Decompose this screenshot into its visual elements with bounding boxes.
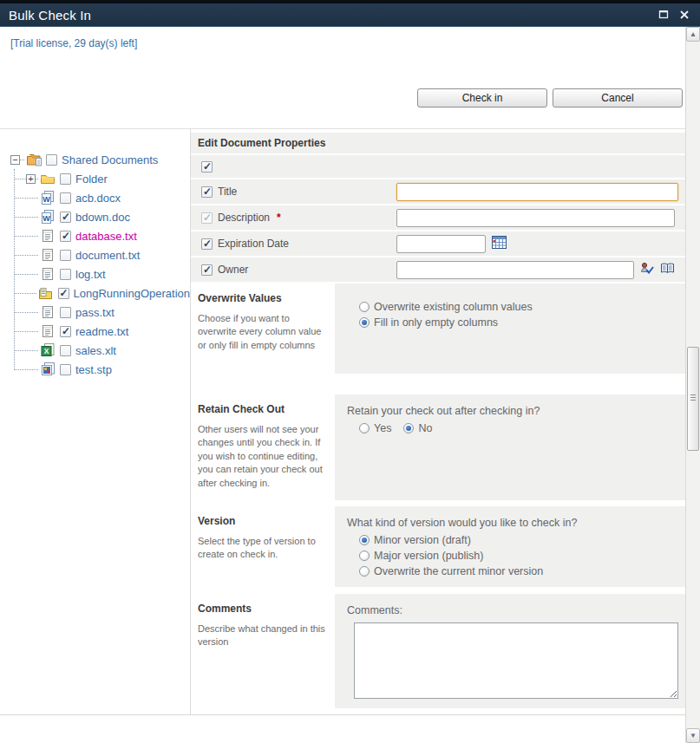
tree-item-label[interactable]: document.txt (75, 249, 140, 262)
edit-properties-panel: Edit Document Properties Title (191, 129, 685, 714)
title-label: Title (218, 186, 237, 198)
tree-item-label[interactable]: LongRunningOperation (74, 287, 190, 300)
dialog-titlebar: Bulk Check In (0, 3, 700, 27)
comments-field-label: Comments: (347, 604, 678, 616)
tree-item-label[interactable]: readme.txt (75, 325, 128, 338)
expiration-date-input[interactable] (396, 235, 486, 253)
tree-item-label[interactable]: Shared Documents (62, 153, 158, 166)
vertical-scrollbar[interactable]: ▲ ▼ (685, 27, 700, 743)
version-title: Version (198, 515, 326, 527)
tree-item-acb-docx[interactable]: Wacb.docx (0, 188, 190, 207)
tree-item-readme-txt[interactable]: readme.txt (0, 322, 190, 341)
tree-item-sales-xlt[interactable]: Xsales.xlt (0, 341, 190, 360)
radio-button-icon[interactable] (359, 302, 370, 312)
svg-text:W: W (43, 195, 50, 204)
select-all-row (191, 155, 685, 178)
radio-option[interactable]: Yes (359, 422, 391, 434)
svg-text:X: X (44, 347, 49, 355)
radio-option[interactable]: Fill in only empty columns (359, 316, 678, 329)
check-names-icon[interactable] (640, 262, 654, 277)
tree-item-checkbox[interactable] (58, 288, 69, 299)
tree-item-folder[interactable]: +Folder (0, 169, 190, 188)
text-file-icon (39, 324, 56, 338)
tree-item-label[interactable]: log.txt (75, 268, 106, 281)
close-icon[interactable] (680, 10, 689, 19)
edit-document-properties-header: Edit Document Properties (191, 133, 685, 153)
tree-connector-line (14, 169, 15, 370)
tree-item-label[interactable]: Folder (75, 173, 108, 186)
tree-item-checkbox[interactable] (60, 173, 71, 185)
title-input[interactable] (396, 183, 678, 201)
title-checkbox[interactable] (201, 186, 213, 198)
check-in-button-top[interactable]: Check in (417, 88, 547, 108)
tree-item-label[interactable]: bdown.doc (75, 211, 130, 224)
radio-option[interactable]: No (403, 422, 432, 434)
tree-item-label[interactable]: sales.xlt (75, 344, 116, 357)
cancel-button-top[interactable]: Cancel (553, 88, 683, 108)
select-all-checkbox[interactable] (201, 161, 213, 173)
document-tree-items: −Shared Documents+FolderWacb.docxWbdown.… (0, 150, 190, 379)
tree-item-checkbox[interactable] (60, 231, 71, 242)
radio-button-icon[interactable] (359, 566, 370, 577)
restore-window-icon[interactable] (658, 10, 669, 19)
tree-item-longrunningoperation[interactable]: LongRunningOperation (0, 284, 190, 303)
expiration-date-checkbox[interactable] (201, 238, 213, 250)
tree-item-document-txt[interactable]: document.txt (0, 245, 190, 264)
folder-icon (39, 173, 56, 185)
retain-check-out-description: Other users will not see your changes un… (198, 423, 326, 490)
tree-item-checkbox[interactable] (46, 154, 57, 166)
minus-expander-icon[interactable]: − (10, 155, 20, 165)
tree-item-database-txt[interactable]: database.txt (0, 226, 190, 245)
radio-button-icon[interactable] (403, 423, 414, 433)
plus-expander-icon[interactable]: + (26, 174, 36, 184)
tree-item-checkbox[interactable] (60, 307, 71, 318)
description-input[interactable] (396, 209, 675, 227)
radio-option[interactable]: Minor version (draft) (359, 534, 678, 546)
calendar-icon[interactable] (492, 236, 507, 252)
radio-option[interactable]: Overwrite the current minor version (359, 565, 678, 577)
tree-item-log-txt[interactable]: log.txt (0, 264, 190, 284)
title-row: Title (191, 179, 685, 204)
owner-row: Owner (191, 257, 685, 282)
tree-item-checkbox[interactable] (60, 192, 71, 204)
comments-textarea[interactable] (354, 622, 678, 699)
tree-item-label[interactable]: test.stp (75, 363, 112, 376)
radio-button-icon[interactable] (359, 317, 370, 328)
excel-file-icon: X (39, 343, 56, 357)
tree-item-bdown-doc[interactable]: Wbdown.doc (0, 207, 190, 226)
scroll-up-arrow-icon[interactable]: ▲ (686, 27, 700, 42)
svg-text:W: W (43, 214, 50, 223)
tree-item-label[interactable]: pass.txt (75, 306, 114, 319)
expiration-date-row: Expiration Date (191, 231, 685, 256)
owner-checkbox[interactable] (201, 264, 213, 276)
radio-button-icon[interactable] (359, 535, 370, 545)
radio-button-icon[interactable] (359, 551, 370, 561)
tree-item-label[interactable]: acb.docx (75, 192, 121, 205)
template-file-icon (39, 362, 56, 376)
tree-item-checkbox[interactable] (60, 345, 71, 356)
tree-item-label[interactable]: database.txt (75, 230, 137, 243)
comments-description: Describe what changed in this version (198, 622, 326, 649)
address-book-icon[interactable] (660, 262, 675, 277)
comments-title: Comments (198, 603, 326, 615)
radio-option[interactable]: Major version (publish) (359, 550, 678, 562)
radio-button-icon[interactable] (359, 423, 370, 433)
dialog-title: Bulk Check In (9, 8, 91, 23)
scroll-down-arrow-icon[interactable]: ▼ (686, 728, 700, 743)
tree-item-checkbox[interactable] (60, 212, 71, 223)
tree-item-pass-txt[interactable]: pass.txt (0, 303, 190, 322)
radio-option[interactable]: Overwrite existing column values (359, 301, 678, 313)
tree-item-checkbox[interactable] (60, 269, 71, 280)
tree-item-checkbox[interactable] (60, 326, 71, 337)
scrollbar-thumb[interactable] (687, 347, 699, 451)
tree-item-test-stp[interactable]: test.stp (0, 360, 190, 379)
document-tree: −Shared Documents+FolderWacb.docxWbdown.… (0, 129, 191, 714)
version-options: Minor version (draft)Major version (publ… (347, 534, 678, 577)
tree-item-shared-documents[interactable]: −Shared Documents (0, 150, 190, 169)
owner-input[interactable] (396, 261, 634, 279)
overwrite-values-section: Overwrite Values Choose if you want to o… (191, 284, 685, 374)
tree-item-checkbox[interactable] (60, 250, 71, 261)
dialog-content: [Trial license, 29 day(s) left] Check in… (0, 27, 685, 743)
tree-item-checkbox[interactable] (60, 364, 71, 375)
overwrite-values-title: Overwrite Values (198, 292, 326, 304)
